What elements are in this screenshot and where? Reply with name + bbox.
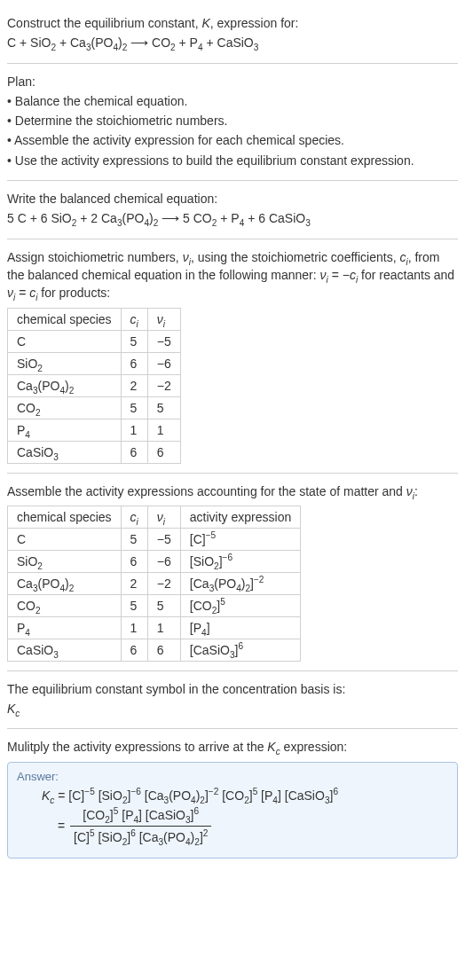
section-balanced: Write the balanced chemical equation: 5 … (7, 181, 458, 239)
cell-activity: [CaSiO3]6 (180, 639, 300, 661)
th-nui: νi (147, 506, 180, 528)
arrow: ⟶ (127, 35, 152, 50)
eq-part: (PO (122, 211, 145, 225)
section-activity: Assemble the activity expressions accoun… (7, 474, 458, 671)
var-K: K (267, 740, 275, 754)
answer-line2: = [CO2]5 [P4] [CaSiO3]6 [C]5 [SiO2]6 [Ca… (17, 806, 448, 847)
activity-text: Assemble the activity expressions accoun… (7, 482, 458, 500)
eq-part: CO (152, 35, 170, 50)
sub: 3 (305, 218, 311, 228)
var-c: c (130, 510, 137, 524)
sub-i: i (137, 517, 138, 527)
table-row: CO255[CO2]5 (8, 594, 301, 616)
cell-nui: 5 (147, 396, 180, 419)
cell-activity: [Ca3(PO4)2]−2 (180, 572, 300, 594)
plan-bullet-3: • Assemble the activity expression for e… (7, 131, 458, 149)
plan-bullet-1: • Balance the chemical equation. (7, 92, 458, 110)
text: Construct the equilibrium constant, (7, 16, 201, 30)
balanced-equation: 5 C + 6 SiO2 + 2 Ca3(PO4)2 ⟶ 5 CO2 + P4 … (7, 209, 458, 227)
th-nui: νi (147, 308, 180, 330)
var-c: c (350, 268, 356, 282)
section-construct: Construct the equilibrium constant, K, e… (7, 5, 458, 64)
multiply-text: Mulitply the activity expressions to arr… (7, 738, 458, 756)
text: Mulitply the activity expressions to arr… (7, 740, 267, 754)
cell-nui: −5 (147, 330, 180, 352)
cell-ci: 6 (121, 352, 147, 374)
cell-activity: [P4] (180, 616, 300, 639)
kc-symbol: Kc (7, 700, 458, 717)
unbalanced-equation: C + SiO2 + Ca3(PO4)2 ⟶ CO2 + P4 + CaSiO3 (7, 34, 458, 51)
table-row: P411 (8, 419, 181, 441)
table-row: C5−5[C]−5 (8, 528, 301, 550)
cell-species: P4 (8, 616, 122, 639)
var-K: K (201, 16, 209, 30)
cell-nui: 1 (147, 419, 180, 441)
table-header-row: chemical species ci νi activity expressi… (8, 506, 301, 528)
text: , expression for: (210, 16, 299, 30)
var-nu: ν (7, 286, 13, 300)
text: : (414, 484, 418, 498)
cell-species: SiO2 (8, 550, 122, 572)
th-activity: activity expression (180, 506, 300, 528)
stoich-table-body: C5−5SiO26−6Ca3(PO4)22−2CO255P411CaSiO366 (8, 330, 181, 463)
table-row: CaSiO366[CaSiO3]6 (8, 639, 301, 661)
sub: 3 (254, 43, 259, 52)
cell-ci: 6 (121, 441, 147, 463)
eq-part: + 2 Ca (76, 211, 117, 225)
cell-activity: [CO2]5 (180, 594, 300, 616)
plan-bullet-4: • Use the activity expressions to build … (7, 152, 458, 169)
plan-bullet-2: • Determine the stoichiometric numbers. (7, 112, 458, 129)
cell-ci: 2 (121, 374, 147, 396)
eq-sign: = (58, 819, 68, 833)
text: = (15, 286, 29, 300)
answer-line1: Kc = [C]−5 [SiO2]−6 [Ca3(PO4)2]−2 [CO2]5… (17, 787, 448, 804)
sub-i: i (137, 318, 138, 328)
cell-species: C (8, 330, 122, 352)
section-multiply: Mulitply the activity expressions to arr… (7, 729, 458, 866)
cell-species: CaSiO3 (8, 639, 122, 661)
construct-line: Construct the equilibrium constant, K, e… (7, 14, 458, 32)
cell-nui: −2 (147, 572, 180, 594)
text: , using the stoichiometric coefficients, (191, 250, 400, 264)
cell-nui: 1 (147, 616, 180, 639)
th-ci: ci (121, 506, 147, 528)
th-species: chemical species (8, 506, 122, 528)
eq-part: + P (217, 211, 239, 225)
cell-species: C (8, 528, 122, 550)
cell-ci: 5 (121, 594, 147, 616)
cell-ci: 2 (121, 572, 147, 594)
balanced-title: Write the balanced chemical equation: (7, 190, 458, 208)
cell-ci: 5 (121, 528, 147, 550)
cell-nui: 5 (147, 594, 180, 616)
table-row: Ca3(PO4)22−2 (8, 374, 181, 396)
var-nu: ν (157, 312, 163, 326)
stoich-table: chemical species ci νi C5−5SiO26−6Ca3(PO… (7, 308, 181, 464)
th-species: chemical species (8, 308, 122, 330)
var-nu: ν (406, 484, 413, 498)
eq-part: 5 CO (183, 211, 212, 225)
cell-ci: 1 (121, 616, 147, 639)
eq-part: (PO (91, 35, 113, 50)
table-row: CO255 (8, 396, 181, 419)
activity-table-body: C5−5[C]−5SiO26−6[SiO2]−6Ca3(PO4)22−2[Ca3… (8, 528, 301, 661)
eq-part: + 6 CaSiO (244, 211, 305, 225)
text: for reactants and (358, 268, 454, 282)
section-plan: Plan: • Balance the chemical equation. •… (7, 64, 458, 181)
eq-part: + CaSiO (203, 35, 254, 50)
arrow: ⟶ (158, 211, 183, 225)
table-row: SiO26−6[SiO2]−6 (8, 550, 301, 572)
var-K: K (7, 702, 15, 716)
var-nu: ν (183, 250, 189, 264)
plan-title: Plan: (7, 73, 458, 90)
cell-species: P4 (8, 419, 122, 441)
text: Assemble the activity expressions accoun… (7, 484, 406, 498)
answer-fraction: [CO2]5 [P4] [CaSiO3]6 [C]5 [SiO2]6 [Ca3(… (70, 806, 211, 847)
cell-activity: [SiO2]−6 (180, 550, 300, 572)
table-row: C5−5 (8, 330, 181, 352)
cell-species: SiO2 (8, 352, 122, 374)
cell-species: CaSiO3 (8, 441, 122, 463)
activity-table: chemical species ci νi activity expressi… (7, 506, 301, 662)
cell-species: Ca3(PO4)2 (8, 374, 122, 396)
answer-box: Answer: Kc = [C]−5 [SiO2]−6 [Ca3(PO4)2]−… (7, 762, 458, 858)
answer-label: Answer: (17, 770, 448, 783)
